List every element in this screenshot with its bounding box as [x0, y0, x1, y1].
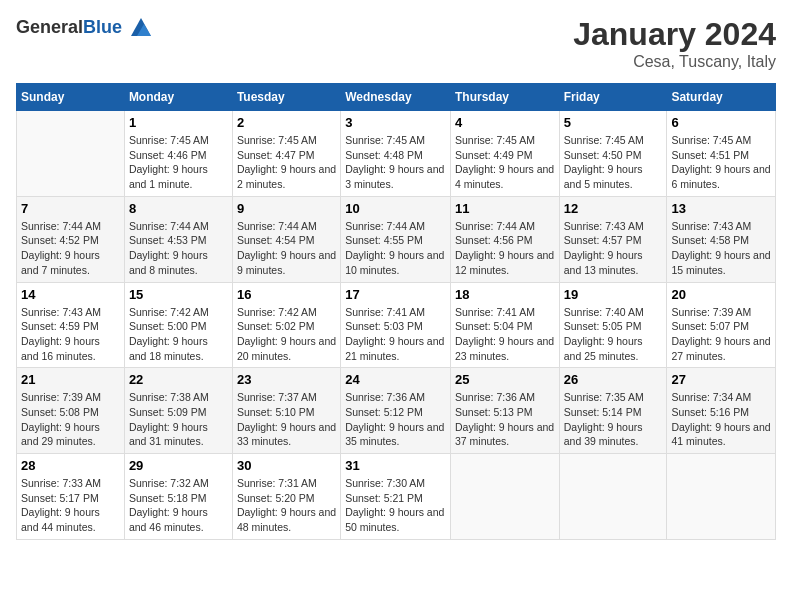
title-block: January 2024 Cesa, Tuscany, Italy	[573, 16, 776, 71]
calendar-cell: 27Sunrise: 7:34 AMSunset: 5:16 PMDayligh…	[667, 368, 776, 454]
calendar-cell: 4Sunrise: 7:45 AMSunset: 4:49 PMDaylight…	[450, 111, 559, 197]
day-number: 29	[129, 458, 228, 473]
calendar-cell: 23Sunrise: 7:37 AMSunset: 5:10 PMDayligh…	[232, 368, 340, 454]
day-number: 6	[671, 115, 771, 130]
calendar-cell	[667, 454, 776, 540]
calendar-cell: 19Sunrise: 7:40 AMSunset: 5:05 PMDayligh…	[559, 282, 667, 368]
day-number: 27	[671, 372, 771, 387]
day-info: Sunrise: 7:44 AMSunset: 4:53 PMDaylight:…	[129, 219, 228, 278]
day-info: Sunrise: 7:36 AMSunset: 5:13 PMDaylight:…	[455, 390, 555, 449]
day-number: 11	[455, 201, 555, 216]
calendar-cell: 18Sunrise: 7:41 AMSunset: 5:04 PMDayligh…	[450, 282, 559, 368]
calendar-cell: 12Sunrise: 7:43 AMSunset: 4:57 PMDayligh…	[559, 196, 667, 282]
calendar-cell: 7Sunrise: 7:44 AMSunset: 4:52 PMDaylight…	[17, 196, 125, 282]
col-header-friday: Friday	[559, 84, 667, 111]
day-info: Sunrise: 7:45 AMSunset: 4:46 PMDaylight:…	[129, 133, 228, 192]
day-info: Sunrise: 7:44 AMSunset: 4:55 PMDaylight:…	[345, 219, 446, 278]
calendar-week-row: 7Sunrise: 7:44 AMSunset: 4:52 PMDaylight…	[17, 196, 776, 282]
calendar-cell: 26Sunrise: 7:35 AMSunset: 5:14 PMDayligh…	[559, 368, 667, 454]
day-info: Sunrise: 7:39 AMSunset: 5:07 PMDaylight:…	[671, 305, 771, 364]
calendar-header-row: SundayMondayTuesdayWednesdayThursdayFrid…	[17, 84, 776, 111]
col-header-thursday: Thursday	[450, 84, 559, 111]
calendar-cell: 30Sunrise: 7:31 AMSunset: 5:20 PMDayligh…	[232, 454, 340, 540]
location-text: Cesa, Tuscany, Italy	[573, 53, 776, 71]
day-info: Sunrise: 7:34 AMSunset: 5:16 PMDaylight:…	[671, 390, 771, 449]
logo: GeneralBlue	[16, 16, 153, 40]
day-info: Sunrise: 7:38 AMSunset: 5:09 PMDaylight:…	[129, 390, 228, 449]
day-number: 2	[237, 115, 336, 130]
calendar-cell: 6Sunrise: 7:45 AMSunset: 4:51 PMDaylight…	[667, 111, 776, 197]
calendar-cell: 2Sunrise: 7:45 AMSunset: 4:47 PMDaylight…	[232, 111, 340, 197]
day-number: 17	[345, 287, 446, 302]
calendar-cell: 11Sunrise: 7:44 AMSunset: 4:56 PMDayligh…	[450, 196, 559, 282]
day-info: Sunrise: 7:44 AMSunset: 4:54 PMDaylight:…	[237, 219, 336, 278]
day-info: Sunrise: 7:43 AMSunset: 4:58 PMDaylight:…	[671, 219, 771, 278]
day-number: 30	[237, 458, 336, 473]
day-number: 16	[237, 287, 336, 302]
day-number: 25	[455, 372, 555, 387]
calendar-cell	[17, 111, 125, 197]
day-info: Sunrise: 7:44 AMSunset: 4:56 PMDaylight:…	[455, 219, 555, 278]
calendar-cell: 20Sunrise: 7:39 AMSunset: 5:07 PMDayligh…	[667, 282, 776, 368]
day-info: Sunrise: 7:45 AMSunset: 4:50 PMDaylight:…	[564, 133, 663, 192]
day-info: Sunrise: 7:43 AMSunset: 4:57 PMDaylight:…	[564, 219, 663, 278]
logo-blue-text: Blue	[83, 17, 122, 37]
col-header-sunday: Sunday	[17, 84, 125, 111]
calendar-cell: 17Sunrise: 7:41 AMSunset: 5:03 PMDayligh…	[341, 282, 451, 368]
day-number: 28	[21, 458, 120, 473]
day-info: Sunrise: 7:44 AMSunset: 4:52 PMDaylight:…	[21, 219, 120, 278]
calendar-cell: 1Sunrise: 7:45 AMSunset: 4:46 PMDaylight…	[124, 111, 232, 197]
calendar-cell: 22Sunrise: 7:38 AMSunset: 5:09 PMDayligh…	[124, 368, 232, 454]
day-info: Sunrise: 7:37 AMSunset: 5:10 PMDaylight:…	[237, 390, 336, 449]
calendar-cell: 31Sunrise: 7:30 AMSunset: 5:21 PMDayligh…	[341, 454, 451, 540]
day-number: 22	[129, 372, 228, 387]
day-number: 13	[671, 201, 771, 216]
calendar-cell: 5Sunrise: 7:45 AMSunset: 4:50 PMDaylight…	[559, 111, 667, 197]
day-info: Sunrise: 7:39 AMSunset: 5:08 PMDaylight:…	[21, 390, 120, 449]
calendar-cell: 10Sunrise: 7:44 AMSunset: 4:55 PMDayligh…	[341, 196, 451, 282]
day-number: 18	[455, 287, 555, 302]
month-title: January 2024	[573, 16, 776, 53]
calendar-cell	[559, 454, 667, 540]
day-number: 10	[345, 201, 446, 216]
day-number: 14	[21, 287, 120, 302]
calendar-cell	[450, 454, 559, 540]
day-number: 3	[345, 115, 446, 130]
day-info: Sunrise: 7:41 AMSunset: 5:04 PMDaylight:…	[455, 305, 555, 364]
day-number: 20	[671, 287, 771, 302]
day-number: 8	[129, 201, 228, 216]
calendar-table: SundayMondayTuesdayWednesdayThursdayFrid…	[16, 83, 776, 540]
calendar-week-row: 21Sunrise: 7:39 AMSunset: 5:08 PMDayligh…	[17, 368, 776, 454]
day-number: 23	[237, 372, 336, 387]
day-number: 15	[129, 287, 228, 302]
calendar-cell: 15Sunrise: 7:42 AMSunset: 5:00 PMDayligh…	[124, 282, 232, 368]
day-info: Sunrise: 7:30 AMSunset: 5:21 PMDaylight:…	[345, 476, 446, 535]
day-info: Sunrise: 7:42 AMSunset: 5:02 PMDaylight:…	[237, 305, 336, 364]
calendar-cell: 29Sunrise: 7:32 AMSunset: 5:18 PMDayligh…	[124, 454, 232, 540]
calendar-cell: 3Sunrise: 7:45 AMSunset: 4:48 PMDaylight…	[341, 111, 451, 197]
day-number: 12	[564, 201, 663, 216]
calendar-cell: 13Sunrise: 7:43 AMSunset: 4:58 PMDayligh…	[667, 196, 776, 282]
day-number: 1	[129, 115, 228, 130]
day-info: Sunrise: 7:42 AMSunset: 5:00 PMDaylight:…	[129, 305, 228, 364]
calendar-cell: 14Sunrise: 7:43 AMSunset: 4:59 PMDayligh…	[17, 282, 125, 368]
day-number: 19	[564, 287, 663, 302]
day-number: 31	[345, 458, 446, 473]
calendar-week-row: 14Sunrise: 7:43 AMSunset: 4:59 PMDayligh…	[17, 282, 776, 368]
col-header-wednesday: Wednesday	[341, 84, 451, 111]
calendar-cell: 25Sunrise: 7:36 AMSunset: 5:13 PMDayligh…	[450, 368, 559, 454]
col-header-saturday: Saturday	[667, 84, 776, 111]
day-info: Sunrise: 7:33 AMSunset: 5:17 PMDaylight:…	[21, 476, 120, 535]
calendar-cell: 21Sunrise: 7:39 AMSunset: 5:08 PMDayligh…	[17, 368, 125, 454]
calendar-cell: 8Sunrise: 7:44 AMSunset: 4:53 PMDaylight…	[124, 196, 232, 282]
logo-general-text: General	[16, 17, 83, 37]
col-header-monday: Monday	[124, 84, 232, 111]
page-header: GeneralBlue January 2024 Cesa, Tuscany, …	[16, 16, 776, 71]
day-number: 7	[21, 201, 120, 216]
day-info: Sunrise: 7:40 AMSunset: 5:05 PMDaylight:…	[564, 305, 663, 364]
day-info: Sunrise: 7:31 AMSunset: 5:20 PMDaylight:…	[237, 476, 336, 535]
day-info: Sunrise: 7:36 AMSunset: 5:12 PMDaylight:…	[345, 390, 446, 449]
day-info: Sunrise: 7:45 AMSunset: 4:48 PMDaylight:…	[345, 133, 446, 192]
day-info: Sunrise: 7:45 AMSunset: 4:47 PMDaylight:…	[237, 133, 336, 192]
day-number: 26	[564, 372, 663, 387]
